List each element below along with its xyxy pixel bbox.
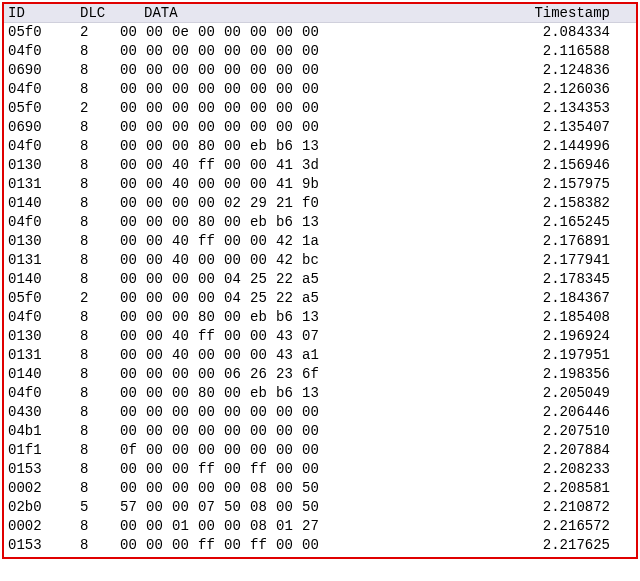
data-byte: 00 bbox=[224, 175, 250, 194]
data-byte: 00 bbox=[172, 194, 198, 213]
cell-timestamp: 2.084334 bbox=[400, 23, 616, 42]
table-row: 0430800000000000000002.206446 bbox=[4, 403, 636, 422]
data-byte: ff bbox=[250, 536, 276, 555]
data-byte: 00 bbox=[120, 23, 146, 42]
data-byte: 00 bbox=[224, 61, 250, 80]
data-byte: 00 bbox=[224, 80, 250, 99]
cell-id: 04f0 bbox=[8, 384, 80, 403]
data-byte: 00 bbox=[120, 232, 146, 251]
data-byte: 00 bbox=[198, 80, 224, 99]
data-byte: 00 bbox=[224, 251, 250, 270]
cell-data: 00000e0000000000 bbox=[120, 23, 400, 42]
cell-dlc: 8 bbox=[80, 80, 120, 99]
data-byte: 00 bbox=[146, 536, 172, 555]
data-byte: 00 bbox=[198, 441, 224, 460]
data-byte: b6 bbox=[276, 308, 302, 327]
data-byte: 00 bbox=[276, 479, 302, 498]
cell-dlc: 8 bbox=[80, 251, 120, 270]
data-byte: 00 bbox=[120, 270, 146, 289]
cell-id: 0131 bbox=[8, 251, 80, 270]
data-byte: 00 bbox=[120, 384, 146, 403]
cell-data: 000040ff0000421a bbox=[120, 232, 400, 251]
data-byte: 00 bbox=[172, 365, 198, 384]
data-byte: 00 bbox=[250, 403, 276, 422]
cell-timestamp: 2.216572 bbox=[400, 517, 616, 536]
data-byte: 00 bbox=[172, 441, 198, 460]
cell-id: 02b0 bbox=[8, 498, 80, 517]
data-byte: 42 bbox=[276, 251, 302, 270]
data-byte: 00 bbox=[250, 118, 276, 137]
data-byte: 00 bbox=[198, 99, 224, 118]
data-byte: 00 bbox=[198, 517, 224, 536]
data-byte: 00 bbox=[120, 156, 146, 175]
data-byte: 00 bbox=[146, 270, 172, 289]
data-byte: 00 bbox=[224, 327, 250, 346]
col-dlc: DLC bbox=[80, 5, 120, 21]
cell-id: 0002 bbox=[8, 517, 80, 536]
data-byte: 41 bbox=[276, 156, 302, 175]
cell-timestamp: 2.158382 bbox=[400, 194, 616, 213]
data-byte: 00 bbox=[146, 156, 172, 175]
data-byte: 00 bbox=[172, 308, 198, 327]
data-byte: 00 bbox=[120, 289, 146, 308]
cell-dlc: 8 bbox=[80, 308, 120, 327]
data-byte: 13 bbox=[302, 384, 328, 403]
cell-id: 04f0 bbox=[8, 308, 80, 327]
cell-id: 0131 bbox=[8, 175, 80, 194]
cell-timestamp: 2.196924 bbox=[400, 327, 616, 346]
data-byte: b6 bbox=[276, 213, 302, 232]
data-byte: 00 bbox=[120, 365, 146, 384]
table-row: 05f0200000000042522a52.184367 bbox=[4, 289, 636, 308]
data-byte: 00 bbox=[146, 327, 172, 346]
data-byte: 00 bbox=[198, 23, 224, 42]
data-byte: 00 bbox=[224, 156, 250, 175]
data-byte: 00 bbox=[120, 308, 146, 327]
data-byte: 00 bbox=[146, 61, 172, 80]
table-row: 0002800000100000801272.216572 bbox=[4, 517, 636, 536]
data-byte: 00 bbox=[224, 99, 250, 118]
cell-timestamp: 2.156946 bbox=[400, 156, 616, 175]
data-byte: 00 bbox=[198, 42, 224, 61]
data-byte: 00 bbox=[250, 23, 276, 42]
col-data: DATA bbox=[120, 5, 400, 21]
data-byte: ff bbox=[198, 327, 224, 346]
table-row: 04f080000008000ebb6132.144996 bbox=[4, 137, 636, 156]
data-byte: 00 bbox=[120, 536, 146, 555]
cell-data: 0000000000000000 bbox=[120, 80, 400, 99]
data-byte: 80 bbox=[198, 308, 224, 327]
data-byte: eb bbox=[250, 384, 276, 403]
data-byte: 00 bbox=[172, 270, 198, 289]
table-row: 0131800004000000043a12.197951 bbox=[4, 346, 636, 365]
data-byte: 00 bbox=[172, 403, 198, 422]
data-byte: 00 bbox=[120, 479, 146, 498]
table-row: 01538000000ff00ff00002.208233 bbox=[4, 460, 636, 479]
data-byte: 00 bbox=[250, 61, 276, 80]
data-byte: 00 bbox=[250, 80, 276, 99]
data-byte: 00 bbox=[172, 80, 198, 99]
data-byte: 00 bbox=[250, 156, 276, 175]
data-byte: 00 bbox=[172, 498, 198, 517]
cell-dlc: 8 bbox=[80, 213, 120, 232]
data-byte: 00 bbox=[146, 23, 172, 42]
table-row: 0131800004000000042bc2.177941 bbox=[4, 251, 636, 270]
data-byte: eb bbox=[250, 213, 276, 232]
cell-id: 01f1 bbox=[8, 441, 80, 460]
cell-id: 04b1 bbox=[8, 422, 80, 441]
data-byte: 00 bbox=[302, 61, 328, 80]
cell-timestamp: 2.157975 bbox=[400, 175, 616, 194]
cell-data: 0000000000000000 bbox=[120, 42, 400, 61]
data-byte: 00 bbox=[146, 42, 172, 61]
table-row: 04f080000008000ebb6132.165245 bbox=[4, 213, 636, 232]
data-byte: 00 bbox=[224, 308, 250, 327]
data-byte: 40 bbox=[172, 251, 198, 270]
data-byte: 25 bbox=[250, 289, 276, 308]
cell-timestamp: 2.126036 bbox=[400, 80, 616, 99]
data-byte: 29 bbox=[250, 194, 276, 213]
data-byte: 00 bbox=[198, 289, 224, 308]
data-byte: 00 bbox=[302, 422, 328, 441]
cell-data: 0000000000000000 bbox=[120, 61, 400, 80]
data-byte: 00 bbox=[198, 365, 224, 384]
data-byte: 6f bbox=[302, 365, 328, 384]
data-byte: 00 bbox=[120, 517, 146, 536]
data-byte: 04 bbox=[224, 289, 250, 308]
